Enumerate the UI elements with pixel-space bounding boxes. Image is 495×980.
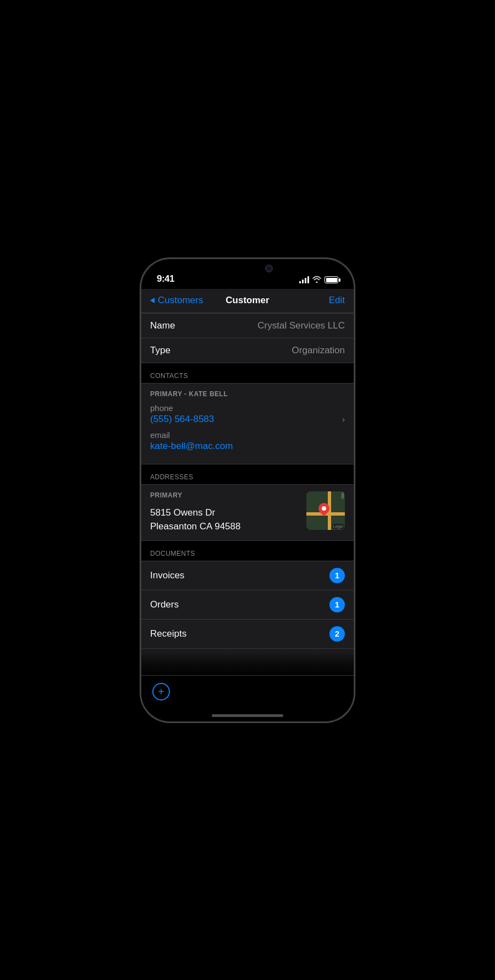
orders-row[interactable]: Orders 1	[141, 590, 354, 620]
documents-table: Invoices 1 Orders 1 Receipts 2 •	[141, 561, 354, 675]
back-label: Customers	[158, 295, 203, 306]
type-label: Type	[150, 345, 170, 356]
addresses-section-label: ADDRESSES	[150, 473, 194, 481]
documents-gap: DOCUMENTS	[141, 541, 354, 561]
address-line1: 5815 Owens Dr	[150, 506, 240, 520]
chevron-right-icon: ›	[342, 415, 345, 424]
email-label: email	[150, 430, 345, 440]
contacts-section-label: CONTACTS	[150, 372, 188, 380]
signal-icon	[299, 277, 309, 283]
documents-section-label: DOCUMENTS	[150, 550, 195, 557]
phone-row: (555) 564-8583 ›	[150, 414, 345, 425]
name-value: Crystal Services LLC	[257, 320, 345, 331]
name-label: Name	[150, 320, 175, 331]
address-card[interactable]: PRIMARY 5815 Owens Dr Pleasanton CA 9458…	[141, 484, 354, 541]
add-icon: +	[158, 686, 164, 698]
phone-label: phone	[150, 403, 345, 413]
home-indicator[interactable]	[212, 714, 283, 717]
status-time: 9:41	[157, 273, 174, 284]
camera	[265, 265, 273, 272]
phone-frame: 9:41	[140, 258, 355, 722]
map-thumbnail[interactable]: Hac Legal	[306, 491, 345, 530]
orders-badge: 1	[329, 597, 345, 612]
name-row: Name Crystal Services LLC	[141, 314, 354, 338]
power-button[interactable]	[354, 358, 355, 402]
receipts-label: Receipts	[150, 628, 186, 639]
nav-title: Customer	[205, 295, 290, 306]
back-button[interactable]: Customers	[150, 295, 205, 306]
battery-icon	[324, 276, 338, 283]
status-icons	[299, 276, 338, 284]
scrollable-content[interactable]: Name Crystal Services LLC Type Organizat…	[141, 313, 354, 675]
contacts-gap: CONTACTS	[141, 363, 354, 383]
map-legal-label: Legal	[332, 524, 344, 529]
phone-field: phone (555) 564-8583 ›	[150, 403, 345, 425]
address-line2: Pleasanton CA 94588	[150, 519, 240, 534]
bottom-bar: +	[141, 675, 354, 708]
screen: 9:41	[141, 259, 354, 721]
contact-card[interactable]: PRIMARY - KATE BELL phone (555) 564-8583…	[141, 383, 354, 464]
edit-button[interactable]: Edit	[290, 295, 345, 306]
addresses-gap: ADDRESSES	[141, 464, 354, 484]
navigation-bar: Customers Customer Edit	[141, 289, 354, 313]
wifi-icon	[312, 276, 321, 284]
documents-section: Invoices 1 Orders 1 Receipts 2 •	[141, 561, 354, 675]
map-hack-label: Hac	[340, 492, 344, 499]
invoices-label: Invoices	[150, 570, 184, 581]
email-value[interactable]: kate-bell@mac.com	[150, 441, 233, 451]
customer-info-section: Name Crystal Services LLC Type Organizat…	[141, 313, 354, 363]
invoices-badge: 1	[329, 568, 345, 583]
more-doc-row[interactable]: •	[141, 649, 354, 675]
orders-label: Orders	[150, 599, 179, 610]
type-row: Type Organization	[141, 338, 354, 363]
phone-value[interactable]: (555) 564-8583	[150, 414, 214, 425]
address-primary-label: PRIMARY	[150, 491, 240, 499]
invoices-row[interactable]: Invoices 1	[141, 561, 354, 590]
receipts-badge: 2	[329, 626, 345, 642]
chevron-left-icon	[150, 298, 155, 303]
notch	[204, 259, 292, 278]
receipts-row[interactable]: Receipts 2	[141, 620, 354, 649]
type-value: Organization	[292, 345, 345, 356]
email-field: email kate-bell@mac.com	[150, 430, 345, 452]
map-pin	[318, 503, 329, 514]
add-button[interactable]: +	[152, 683, 170, 700]
contact-primary-label: PRIMARY - KATE BELL	[150, 390, 345, 398]
